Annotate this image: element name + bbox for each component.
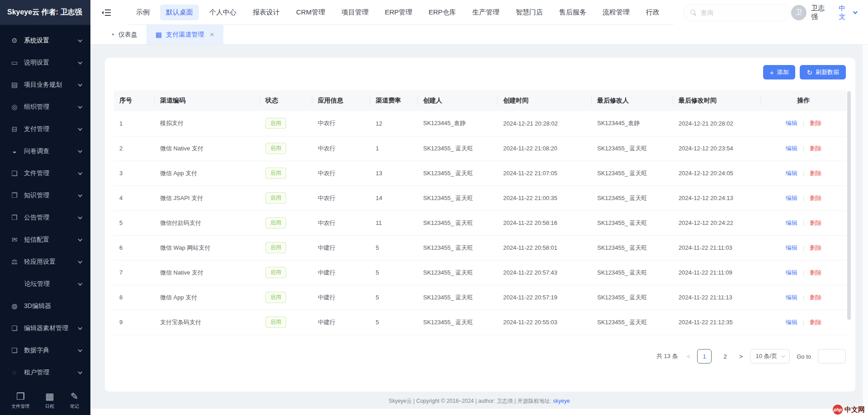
dashboard-gauge-icon: ◔ [110, 31, 114, 38]
nav-item-ERP仓库[interactable]: ERP仓库 [423, 5, 462, 20]
nav-item-个人中心[interactable]: 个人中心 [203, 5, 242, 20]
cell-actions: 编辑|删除 [761, 210, 846, 235]
nav-item-CRM管理[interactable]: CRM管理 [290, 5, 331, 20]
sidebar-item-系统设置[interactable]: ⚙系统设置 [0, 29, 90, 51]
nav-item-示例[interactable]: 示例 [130, 5, 156, 20]
edit-link[interactable]: 编辑 [786, 120, 797, 126]
sidebar-item-租户管理[interactable]: ◌租户管理 [0, 361, 90, 383]
copyright-footer: Skyeye云 | Copyright © 2018~2024 | author… [90, 397, 868, 405]
page-size-select[interactable]: 10 条/页 [750, 349, 790, 364]
edit-link[interactable]: 编辑 [786, 319, 797, 326]
chevron-down-icon [78, 281, 82, 286]
skyeye-link[interactable]: skyeye [553, 398, 570, 404]
edit-link[interactable]: 编辑 [786, 170, 797, 177]
delete-link[interactable]: 删除 [810, 269, 821, 276]
nav-item-售后服务[interactable]: 售后服务 [553, 5, 592, 20]
edit-link[interactable]: 编辑 [786, 244, 797, 251]
delete-link[interactable]: 删除 [810, 319, 821, 326]
prev-page-arrow[interactable]: < [687, 353, 690, 360]
chevron-down-icon [78, 348, 82, 352]
language-switcher[interactable]: 中文 [839, 4, 856, 21]
sidebar-shortcut-日程[interactable]: ▦日程 [45, 392, 54, 410]
cell-rate: 5 [370, 285, 418, 310]
delete-link[interactable]: 删除 [810, 120, 821, 126]
sidebar-item-文件管理[interactable]: ❏文件管理 [0, 162, 90, 184]
avatar[interactable]: 卫 [791, 5, 807, 20]
cell-actions: 编辑|删除 [761, 111, 846, 136]
cell-rate: 5 [370, 260, 418, 285]
edit-link[interactable]: 编辑 [786, 145, 797, 152]
sidebar-item-label: 支付管理 [24, 125, 78, 133]
edit-icon: ✎ [71, 392, 79, 401]
chevron-down-icon [78, 60, 82, 65]
page-size-value: 10 条/页 [756, 352, 778, 360]
sidebar-item-说明设置[interactable]: ▭说明设置 [0, 51, 90, 74]
cell-app-info: 中农行 [312, 186, 370, 210]
sidebar-shortcut-文件管理[interactable]: ❒文件管理 [11, 392, 29, 410]
delete-link[interactable]: 删除 [810, 219, 821, 226]
add-button[interactable]: + 添加 [763, 65, 796, 79]
chevron-down-icon [78, 370, 82, 374]
delete-link[interactable]: 删除 [810, 145, 821, 152]
goto-page-input[interactable] [818, 349, 846, 364]
tab-支付渠道管理[interactable]: ▦支付渠道管理× [146, 25, 223, 44]
sidebar-item-label: 短信配置 [24, 236, 78, 244]
sidebar-shortcut-笔记[interactable]: ✎笔记 [70, 392, 79, 410]
sidebar-item-label: 组织管理 [24, 103, 78, 111]
nav-item-生产管理[interactable]: 生产管理 [467, 5, 505, 20]
card-toolbar: + 添加 ↻ 刷新数据 [763, 65, 846, 79]
sidebar-item-公告管理[interactable]: ❒公告管理 [0, 206, 90, 228]
nav-item-ERP管理[interactable]: ERP管理 [379, 5, 418, 20]
delete-link[interactable]: 删除 [810, 294, 821, 301]
cell-modified-time: 2024-12-12 20:23:54 [673, 136, 761, 161]
cell-app-info: 中建行 [312, 235, 370, 260]
pagination-total: 共 13 条 [656, 352, 678, 360]
close-icon[interactable]: × [210, 31, 214, 38]
delete-link[interactable]: 删除 [810, 244, 821, 251]
nav-item-流程管理[interactable]: 流程管理 [597, 5, 636, 20]
nav-item-默认桌面[interactable]: 默认桌面 [160, 5, 199, 20]
username[interactable]: 卫志强 [811, 4, 830, 21]
nav-item-项目管理[interactable]: 项目管理 [335, 5, 374, 20]
edit-link[interactable]: 编辑 [786, 269, 797, 276]
sidebar-item-组织管理[interactable]: ◎组织管理 [0, 96, 90, 118]
tab-仪表盘[interactable]: ◔仪表盘 [101, 25, 146, 44]
sidebar-item-3D编辑器[interactable]: ◍3D编辑器 [0, 295, 90, 317]
sidebar-item-论坛管理[interactable]: 论坛管理 [0, 273, 90, 295]
sidebar-item-label: 数据字典 [24, 346, 78, 354]
next-page-arrow[interactable]: > [739, 353, 743, 360]
nav-item-行政[interactable]: 行政 [640, 5, 665, 20]
delete-link[interactable]: 删除 [810, 170, 821, 177]
nav-item-智慧门店[interactable]: 智慧门店 [510, 5, 549, 20]
sidebar-item-项目业务规划[interactable]: ▤项目业务规划 [0, 74, 90, 96]
sidebar-item-编辑器素材管理[interactable]: ❏编辑器素材管理 [0, 317, 90, 339]
edit-link[interactable]: 编辑 [786, 294, 797, 301]
status-badge: 启用 [265, 317, 286, 327]
cell-status: 启用 [260, 186, 312, 210]
page-number-2[interactable]: 2 [718, 349, 732, 364]
page-number-1[interactable]: 1 [697, 349, 712, 364]
edit-link[interactable]: 编辑 [786, 195, 797, 201]
page-scrollbar[interactable] [862, 45, 868, 409]
edit-link[interactable]: 编辑 [786, 219, 797, 226]
nav-item-报表设计[interactable]: 报表设计 [247, 5, 286, 20]
sidebar-item-轻应用设置[interactable]: ⚖轻应用设置 [0, 251, 90, 273]
delete-link[interactable]: 删除 [810, 195, 821, 201]
cell-channel-code: 微信 JSAPI 支付 [155, 186, 260, 210]
sidebar-item-数据字典[interactable]: ❏数据字典 [0, 339, 90, 361]
search-box[interactable] [684, 4, 791, 21]
sidebar-item-知识管理[interactable]: ❐知识管理 [0, 184, 90, 206]
cell-rate: 13 [370, 161, 418, 186]
column-header-操作: 操作 [761, 90, 846, 111]
cell-created-time: 2024-11-22 21:07:05 [498, 161, 592, 186]
collapse-sidebar-icon[interactable] [100, 7, 112, 19]
sidebar-item-问卷调查[interactable]: ◒问卷调查 [0, 140, 90, 162]
search-input[interactable] [701, 9, 778, 16]
refresh-button[interactable]: ↻ 刷新数据 [800, 65, 846, 79]
chevron-down-icon [78, 126, 82, 131]
table-scrollbar-thumb[interactable] [847, 91, 851, 320]
sidebar-item-支付管理[interactable]: ⊟支付管理 [0, 118, 90, 140]
chevron-down-icon [78, 38, 82, 42]
cell-modifier: SK123455_ 蓝天旺 [592, 260, 673, 285]
sidebar-item-短信配置[interactable]: ✉短信配置 [0, 228, 90, 251]
